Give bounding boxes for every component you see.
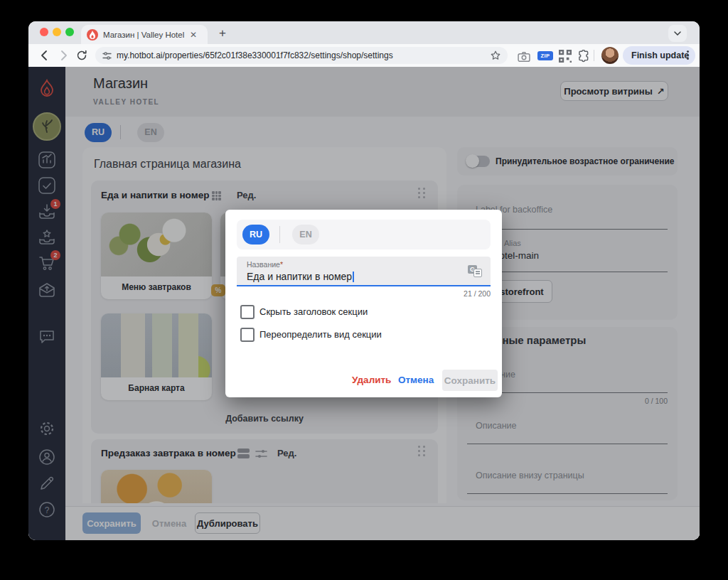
forward-icon[interactable] [57, 49, 70, 62]
modal-cancel-button[interactable]: Отмена [398, 375, 434, 385]
modal-name-input[interactable]: Название* Еда и напитки в номер G [237, 257, 491, 286]
tab-strip: Магазин | Valley Hotel | Hotb ✕ + [28, 21, 700, 44]
modal-lang-tab-ru[interactable]: RU [242, 225, 269, 245]
checkbox-label: Переопределить вид секции [259, 329, 382, 340]
modal-delete-button[interactable]: Удалить [352, 375, 391, 385]
override-section-view-checkbox[interactable] [240, 328, 255, 342]
translate-icon[interactable]: G [468, 265, 482, 277]
browser-menu-icon[interactable] [687, 50, 689, 53]
override-section-view-row: Переопределить вид секции [240, 328, 482, 342]
address-bar[interactable]: my.hotbot.ai/properties/65f2c01f38e33000… [95, 47, 508, 64]
back-icon[interactable] [38, 49, 51, 62]
hotbot-favicon-icon [87, 29, 98, 41]
reload-icon[interactable] [75, 49, 88, 62]
tab-close-icon[interactable]: ✕ [190, 31, 197, 39]
minimize-window-button[interactable] [53, 28, 61, 36]
text-caret [353, 272, 354, 282]
hide-section-title-checkbox[interactable] [240, 305, 255, 319]
lang-divider [279, 226, 280, 243]
new-tab-button[interactable]: + [215, 26, 230, 41]
hide-section-title-row: Скрыть заголовок секции [240, 305, 482, 319]
finish-update-button[interactable]: Finish update [623, 46, 695, 65]
browser-window: Магазин | Valley Hotel | Hotb ✕ + my.hot… [28, 21, 700, 540]
modal-lang-tabs: RU EN [237, 220, 491, 249]
camera-extension-icon[interactable] [518, 50, 530, 63]
section-edit-modal: RU EN Название* Еда и напитки в номер G … [225, 210, 502, 397]
modal-char-counter: 21 / 200 [237, 289, 491, 298]
modal-lang-tab-en[interactable]: EN [292, 225, 319, 245]
browser-tab[interactable]: Магазин | Valley Hotel | Hotb ✕ [81, 25, 208, 44]
modal-name-value: Еда и напитки в номер [247, 271, 352, 282]
zip-extension-badge[interactable]: ZIP [537, 51, 553, 60]
tab-search-chevron-icon[interactable] [668, 25, 687, 42]
url-text: my.hotbot.ai/properties/65f2c01f38e33000… [117, 50, 393, 60]
extensions-puzzle-icon[interactable] [577, 50, 590, 63]
maximize-window-button[interactable] [65, 28, 74, 36]
tab-title: Магазин | Valley Hotel | Hotb [103, 31, 187, 39]
modal-save-button[interactable]: Сохранить [442, 370, 498, 391]
browser-toolbar: my.hotbot.ai/properties/65f2c01f38e33000… [28, 44, 700, 68]
profile-avatar[interactable] [601, 47, 619, 64]
close-window-button[interactable] [40, 28, 48, 36]
app-viewport: 1 2 ? [28, 67, 700, 540]
modal-name-label: Название [247, 260, 280, 269]
site-settings-icon[interactable] [102, 51, 112, 60]
bookmark-star-icon[interactable] [491, 50, 500, 60]
finish-update-label: Finish update [631, 50, 689, 60]
checkbox-label: Скрыть заголовок секции [259, 306, 368, 317]
required-asterisk: * [280, 260, 283, 269]
qr-extension-icon[interactable] [559, 50, 572, 63]
toolbar-divider [594, 50, 594, 61]
